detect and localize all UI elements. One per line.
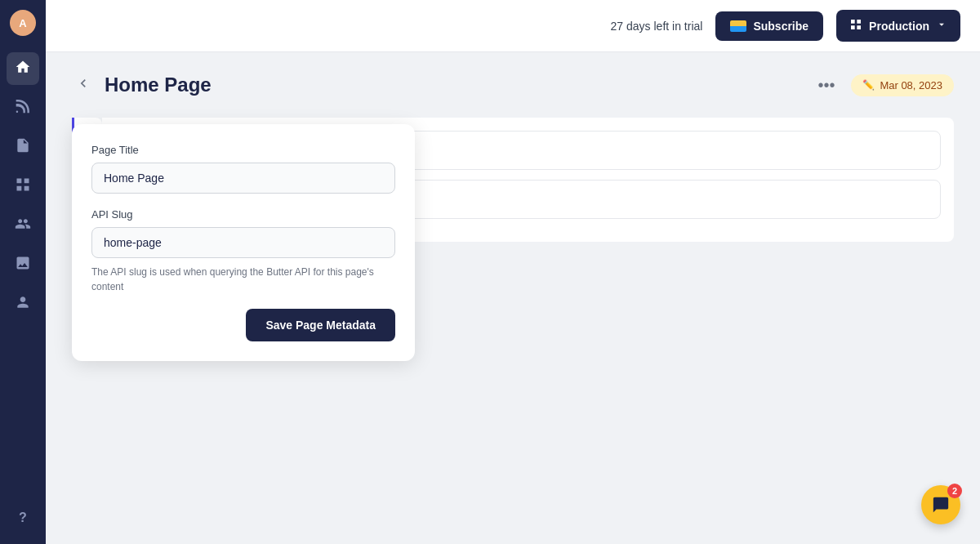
team-icon: [15, 294, 31, 314]
api-slug-field-group: API Slug The API slug is used when query…: [91, 208, 395, 294]
more-options-button[interactable]: •••: [811, 73, 841, 98]
flag-icon: [730, 20, 746, 32]
trial-text: 27 days left in trial: [611, 20, 703, 33]
back-button[interactable]: [72, 72, 95, 98]
audience-icon: [15, 216, 31, 236]
metadata-popup: Page Title API Slug The API slug is used…: [72, 124, 415, 361]
sidebar-item-pages[interactable]: [7, 131, 39, 163]
page-header: Home Page ••• ✏️ Mar 08, 2023: [72, 72, 954, 98]
topbar: 27 days left in trial Subscribe Producti…: [46, 0, 980, 52]
sidebar: A ?: [0, 0, 46, 544]
production-button[interactable]: Production: [836, 10, 960, 42]
chat-widget[interactable]: 2: [921, 485, 960, 524]
sidebar-item-grid[interactable]: [7, 170, 39, 203]
feed-icon: [15, 98, 31, 118]
page-title-input[interactable]: [91, 163, 395, 194]
subscribe-button[interactable]: Subscribe: [715, 11, 823, 41]
sidebar-item-audience[interactable]: [7, 209, 39, 242]
popup-footer: Save Page Metadata: [91, 309, 395, 341]
sidebar-item-home[interactable]: [7, 52, 39, 85]
chevron-down-icon: [936, 19, 947, 33]
sidebar-item-help[interactable]: ?: [7, 502, 39, 534]
home-icon: [15, 59, 31, 79]
chat-badge: 2: [947, 484, 962, 498]
pencil-icon: ✏️: [862, 79, 875, 91]
sidebar-item-media[interactable]: [7, 248, 39, 281]
api-slug-input[interactable]: [91, 227, 395, 258]
pages-icon: [15, 137, 31, 158]
sidebar-item-team[interactable]: [7, 288, 39, 320]
page-content: Home Page ••• ✏️ Mar 08, 2023 SEO Body: [46, 52, 980, 544]
api-slug-hint: The API slug is used when querying the B…: [91, 265, 395, 294]
grid-icon-sidebar: [15, 176, 31, 197]
page-title-field-group: Page Title: [91, 144, 395, 194]
environment-icon: [849, 18, 862, 33]
date-badge: ✏️ Mar 08, 2023: [851, 74, 954, 96]
api-slug-label: API Slug: [91, 208, 395, 221]
page-title-label: Page Title: [91, 144, 395, 156]
help-icon: ?: [19, 511, 27, 525]
page-title: Home Page: [105, 74, 801, 96]
avatar[interactable]: A: [10, 10, 36, 36]
save-metadata-button[interactable]: Save Page Metadata: [246, 309, 395, 341]
sidebar-item-feed[interactable]: [7, 91, 39, 124]
main-content: 27 days left in trial Subscribe Producti…: [46, 0, 980, 544]
media-icon: [15, 255, 31, 275]
